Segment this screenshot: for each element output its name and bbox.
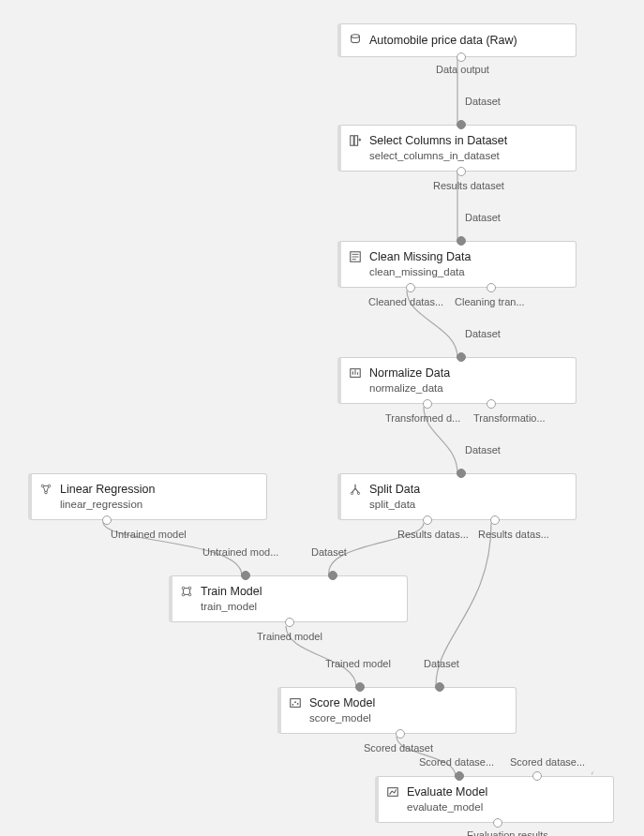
port-label: Dataset xyxy=(465,212,501,223)
node-split-data[interactable]: Split Data split_data xyxy=(337,473,577,520)
port-label: Cleaning tran... xyxy=(455,296,525,307)
node-linear-regression[interactable]: Linear Regression linear_regression xyxy=(28,473,267,520)
port-in-1[interactable] xyxy=(355,682,365,692)
node-select-columns[interactable]: Select Columns in Dataset select_columns… xyxy=(337,125,577,172)
port-out[interactable] xyxy=(285,618,294,627)
port-label: Untrained model xyxy=(111,529,187,540)
port-in[interactable] xyxy=(457,120,466,129)
svg-rect-1 xyxy=(351,136,354,146)
svg-point-8 xyxy=(351,492,352,494)
node-score-model[interactable]: Score Model score_model xyxy=(277,687,517,734)
port-label: Dataset xyxy=(424,658,459,669)
node-title: Score Model xyxy=(309,695,506,710)
score-icon xyxy=(289,696,302,709)
node-normalize-data[interactable]: Normalize Data normalize_data xyxy=(337,357,577,404)
port-in-1[interactable] xyxy=(241,571,250,580)
port-in-2[interactable] xyxy=(435,682,444,692)
node-subtitle: clean_missing_data xyxy=(369,265,566,279)
port-label: Transformatio... xyxy=(473,412,546,424)
port-in-1[interactable] xyxy=(455,771,464,781)
port-label: Dataset xyxy=(311,546,347,558)
svg-rect-2 xyxy=(354,136,358,146)
port-label: Dataset xyxy=(465,444,501,455)
port-out-2[interactable] xyxy=(487,399,496,409)
algorithm-icon xyxy=(39,483,52,496)
node-subtitle: evaluate_model xyxy=(407,800,604,814)
evaluate-icon xyxy=(386,785,399,799)
node-title: Clean Missing Data xyxy=(369,249,566,264)
port-label: Transformed d... xyxy=(385,412,460,424)
dataset-icon xyxy=(349,33,362,46)
node-subtitle: train_model xyxy=(201,600,397,614)
port-label: Scored dataset xyxy=(364,742,433,754)
node-subtitle: normalize_data xyxy=(369,381,566,396)
clean-icon xyxy=(349,250,362,263)
port-out-2[interactable] xyxy=(487,283,496,292)
node-title: Train Model xyxy=(201,584,397,599)
port-in[interactable] xyxy=(457,469,466,478)
svg-point-9 xyxy=(357,492,359,494)
port-label: Dataset xyxy=(465,328,501,339)
svg-point-16 xyxy=(294,701,296,703)
node-train-model[interactable]: Train Model train_model xyxy=(169,575,408,622)
port-label: Trained model xyxy=(257,631,322,642)
svg-point-10 xyxy=(182,587,185,590)
svg-point-12 xyxy=(182,593,185,596)
train-icon xyxy=(180,585,193,598)
node-title: Linear Regression xyxy=(60,482,257,497)
port-out[interactable] xyxy=(396,729,405,739)
node-clean-missing-data[interactable]: Clean Missing Data clean_missing_data xyxy=(337,241,577,288)
port-label: Untrained mod... xyxy=(202,546,278,558)
port-out-1[interactable] xyxy=(423,515,432,525)
port-label: Scored datase... xyxy=(510,756,585,768)
svg-point-0 xyxy=(352,35,360,38)
port-label: Cleaned datas... xyxy=(368,296,443,307)
port-label: Evaluation results xyxy=(467,829,548,836)
port-in[interactable] xyxy=(457,352,466,362)
node-subtitle: split_data xyxy=(369,498,566,512)
port-out-1[interactable] xyxy=(406,283,415,292)
node-subtitle: select_columns_in_dataset xyxy=(369,149,566,163)
node-subtitle: score_model xyxy=(309,711,506,725)
svg-point-15 xyxy=(292,704,294,706)
port-label: Scored datase... xyxy=(419,756,494,768)
port-label: Trained model xyxy=(325,658,391,669)
node-title: Evaluate Model xyxy=(407,784,604,799)
port-out[interactable] xyxy=(457,167,466,176)
port-out[interactable] xyxy=(102,515,112,525)
split-icon xyxy=(349,483,362,496)
svg-point-11 xyxy=(188,587,191,590)
port-out-1[interactable] xyxy=(423,399,432,409)
node-evaluate-model[interactable]: Evaluate Model evaluate_model xyxy=(375,776,614,823)
port-out[interactable] xyxy=(493,818,502,828)
port-in[interactable] xyxy=(457,236,466,246)
columns-icon xyxy=(349,134,362,147)
svg-point-17 xyxy=(297,703,299,705)
svg-point-13 xyxy=(188,593,191,596)
node-title: Select Columns in Dataset xyxy=(369,133,566,148)
pipeline-canvas[interactable]: Automobile price data (Raw) Data output … xyxy=(0,0,644,836)
port-in-2[interactable] xyxy=(532,771,542,781)
port-out-2[interactable] xyxy=(490,515,500,525)
port-out[interactable] xyxy=(457,52,466,62)
port-label: Data output xyxy=(436,64,489,75)
node-title: Automobile price data (Raw) xyxy=(369,33,566,48)
node-title: Split Data xyxy=(369,482,566,497)
normalize-icon xyxy=(349,366,362,380)
node-automobile-price-data[interactable]: Automobile price data (Raw) xyxy=(337,23,577,57)
node-title: Normalize Data xyxy=(369,366,566,381)
port-label: Results datas... xyxy=(478,529,549,540)
port-label: Results dataset xyxy=(433,180,504,191)
port-in-2[interactable] xyxy=(328,571,337,580)
port-label: Dataset xyxy=(465,96,501,107)
port-label: Results datas... xyxy=(397,529,469,540)
node-subtitle: linear_regression xyxy=(60,498,257,512)
